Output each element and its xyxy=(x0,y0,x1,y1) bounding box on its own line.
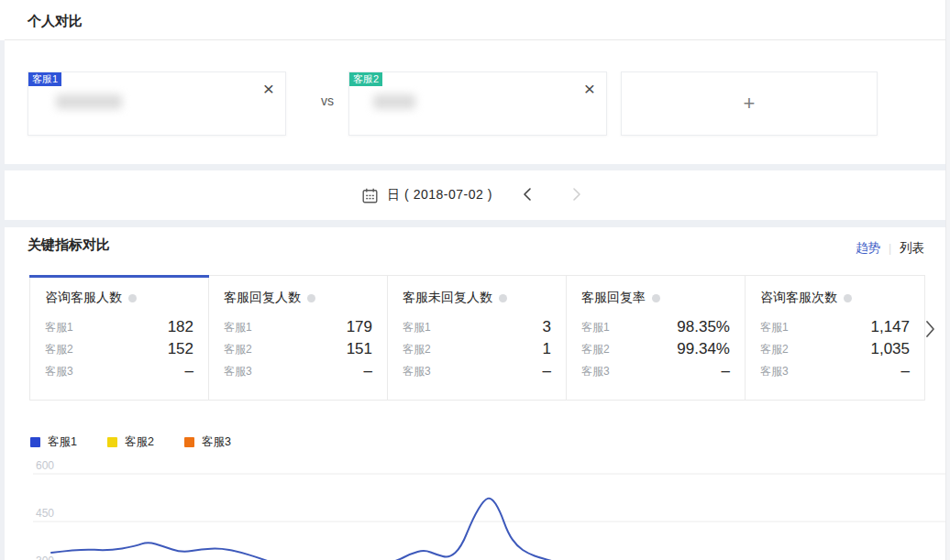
view-toggle: 趋势 | 列表 xyxy=(856,240,924,257)
agent-card-2[interactable]: 客服2 × xyxy=(348,71,607,136)
agent-2-badge: 客服2 xyxy=(349,72,382,86)
cards-next-button[interactable] xyxy=(922,316,939,345)
metric-row: 客服11,147 xyxy=(760,316,910,338)
legend-swatch xyxy=(107,437,117,447)
metric-row: 客服3– xyxy=(224,360,372,382)
tab-list[interactable]: 列表 xyxy=(900,240,924,257)
agent-1-name-redacted xyxy=(56,94,122,109)
metric-row: 客服21,035 xyxy=(760,338,910,360)
agent-selection-row: 客服1 × vs 客服2 × + xyxy=(5,41,945,164)
metric-card-reply-rate[interactable]: 客服回复率 客服198.35% 客服299.34% 客服3– xyxy=(567,276,746,400)
agent-card-1[interactable]: 客服1 × xyxy=(28,71,286,136)
svg-text:450: 450 xyxy=(36,507,54,520)
legend-item-agent3[interactable]: 客服3 xyxy=(184,434,231,450)
date-label[interactable]: 日 ( 2018-07-02 ) xyxy=(387,187,492,203)
metric-row: 客服3– xyxy=(45,360,193,382)
close-icon[interactable]: × xyxy=(584,80,595,98)
tab-trend[interactable]: 趋势 xyxy=(856,240,880,257)
legend-item-agent2[interactable]: 客服2 xyxy=(107,434,154,450)
active-card-indicator xyxy=(29,275,209,278)
metric-row: 客服2152 xyxy=(45,338,193,360)
metric-row: 客服1182 xyxy=(45,316,193,338)
legend-swatch xyxy=(30,437,40,447)
close-icon[interactable]: × xyxy=(263,80,274,98)
metric-title: 咨询客服人数 xyxy=(45,290,122,306)
personal-comparison-header: 个人对比 xyxy=(5,0,945,40)
metric-row: 客服3– xyxy=(760,360,910,382)
metric-row: 客服2151 xyxy=(224,338,372,360)
metric-title: 咨询客服次数 xyxy=(760,290,837,306)
dashboard-page: 个人对比 客服1 × vs 客服2 × + 日 ( 2 xyxy=(0,0,950,560)
metric-card-consult-visitors[interactable]: 咨询客服人数 客服1182 客服2152 客服3– xyxy=(30,276,209,400)
vs-label: vs xyxy=(312,93,343,108)
chevron-right-icon xyxy=(925,327,935,341)
metric-row: 客服299.34% xyxy=(581,338,730,360)
agent-2-name-redacted xyxy=(373,94,415,109)
plus-icon: + xyxy=(744,92,756,115)
scrollbar[interactable] xyxy=(945,0,950,560)
info-dot-icon xyxy=(307,294,315,302)
agent-1-badge: 客服1 xyxy=(28,72,61,86)
metric-row: 客服21 xyxy=(403,338,551,360)
metric-row: 客服1179 xyxy=(224,316,372,338)
legend-swatch xyxy=(184,437,194,447)
metric-row: 客服13 xyxy=(403,316,551,338)
calendar-icon[interactable] xyxy=(362,188,378,203)
prev-day-button[interactable] xyxy=(516,185,538,206)
section-divider xyxy=(0,164,950,170)
metric-title: 客服回复率 xyxy=(581,290,646,306)
svg-text:600: 600 xyxy=(36,459,54,472)
section-title: 关键指标对比 xyxy=(28,236,110,254)
add-agent-button[interactable]: + xyxy=(621,71,878,136)
metric-row: 客服3– xyxy=(581,360,730,382)
metric-title: 客服未回复人数 xyxy=(403,290,492,306)
date-bar: 日 ( 2018-07-02 ) xyxy=(5,170,945,220)
chart-legend: 客服1 客服2 客服3 xyxy=(30,434,231,450)
chevron-left-icon xyxy=(522,187,533,204)
info-dot-icon xyxy=(844,294,852,302)
metric-row: 客服198.35% xyxy=(581,316,730,338)
metric-title: 客服回复人数 xyxy=(224,290,301,306)
chevron-right-icon xyxy=(571,187,582,204)
metric-card-consult-sessions[interactable]: 咨询客服次数 客服11,147 客服21,035 客服3– xyxy=(746,276,924,400)
next-day-button[interactable] xyxy=(566,185,588,206)
page-title: 个人对比 xyxy=(28,0,945,30)
trend-line-chart: 600450300 xyxy=(33,458,946,560)
metric-cards: 咨询客服人数 客服1182 客服2152 客服3– 客服回复人数 客服1179 … xyxy=(29,275,925,401)
key-metrics-section: 关键指标对比 趋势 | 列表 咨询客服人数 客服1182 客服2152 客服3–… xyxy=(5,227,945,560)
info-dot-icon xyxy=(499,294,507,302)
info-dot-icon xyxy=(652,294,660,302)
metric-card-replied-visitors[interactable]: 客服回复人数 客服1179 客服2151 客服3– xyxy=(209,276,388,400)
info-dot-icon xyxy=(128,294,137,302)
metric-row: 客服3– xyxy=(403,360,551,382)
toggle-divider: | xyxy=(889,242,891,255)
metric-card-unreplied-visitors[interactable]: 客服未回复人数 客服13 客服21 客服3– xyxy=(388,276,567,400)
legend-item-agent1[interactable]: 客服1 xyxy=(30,434,77,450)
section-divider xyxy=(0,220,950,227)
svg-text:300: 300 xyxy=(36,555,54,560)
